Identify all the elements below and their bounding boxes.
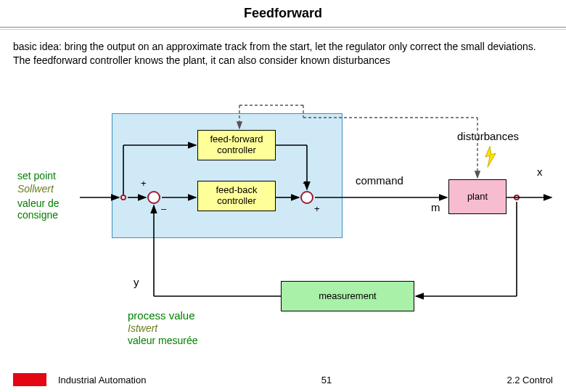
sign-plus-3: + — [314, 203, 320, 214]
disturbances-label: disturbances — [457, 130, 519, 142]
input-node — [120, 195, 126, 200]
process-value-label: process value — [128, 309, 195, 322]
sign-minus: – — [161, 203, 166, 214]
course-name: Industrial Automation — [58, 375, 146, 385]
setpoint-label-de: Sollwert — [17, 183, 54, 195]
page-number: 51 — [321, 375, 332, 385]
epfl-logo — [13, 373, 46, 386]
lightning-icon — [481, 145, 500, 168]
page-title: Feedforward — [0, 6, 566, 21]
summing-junction-1 — [147, 191, 160, 204]
x-label: x — [537, 166, 543, 178]
m-label: m — [431, 201, 440, 213]
feedforward-controller-block: feed-forward controller — [197, 130, 276, 160]
feedback-controller-block: feed-back controller — [197, 181, 276, 211]
intro-text: basic idea: bring the output on an appro… — [0, 40, 566, 68]
footer-left: Industrial Automation — [13, 373, 146, 386]
section-label: 2.2 Control — [506, 375, 553, 385]
output-node — [514, 195, 520, 200]
y-label: y — [134, 276, 139, 288]
sign-plus-1: + — [141, 178, 147, 189]
measurement-block: measurement — [281, 281, 414, 311]
sign-plus-2: + — [303, 178, 308, 189]
summing-junction-2 — [300, 191, 313, 204]
setpoint-label-en: set point — [17, 170, 56, 181]
valeur-mesuree-label: valeur mesurée — [128, 335, 198, 346]
plant-block: plant — [448, 179, 506, 214]
setpoint-label-fr: valeur de consigne — [17, 197, 83, 221]
command-label: command — [356, 174, 403, 187]
istwert-label: Istwert — [128, 322, 157, 334]
